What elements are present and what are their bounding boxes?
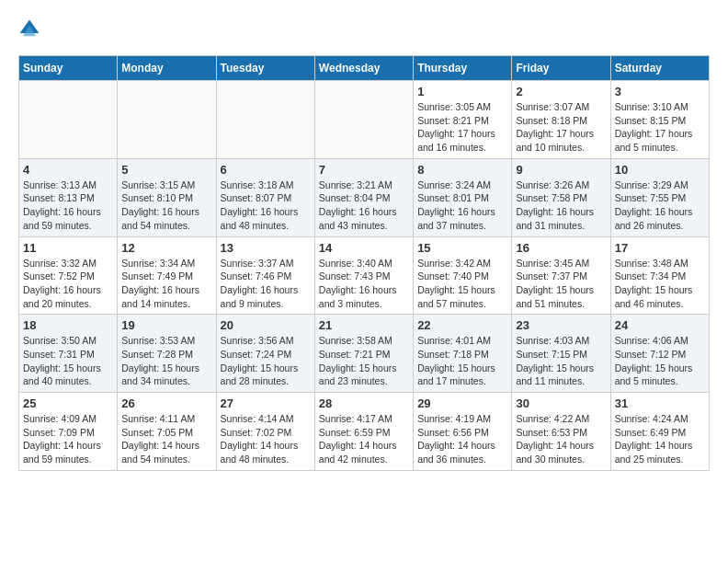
calendar-cell: 29Sunrise: 4:19 AMSunset: 6:56 PMDayligh… — [414, 393, 512, 471]
calendar-cell: 21Sunrise: 3:58 AMSunset: 7:21 PMDayligh… — [314, 315, 413, 393]
calendar-cell: 16Sunrise: 3:45 AMSunset: 7:37 PMDayligh… — [512, 236, 610, 315]
day-number: 7 — [319, 163, 409, 177]
weekday-header-monday: Monday — [118, 56, 216, 81]
calendar-cell: 18Sunrise: 3:50 AMSunset: 7:31 PMDayligh… — [19, 315, 118, 393]
day-number: 12 — [121, 241, 211, 255]
calendar-cell: 31Sunrise: 4:24 AMSunset: 6:49 PMDayligh… — [610, 393, 709, 471]
day-info: Sunrise: 3:32 AMSunset: 7:52 PMDaylight:… — [23, 257, 113, 311]
calendar-week-row: 25Sunrise: 4:09 AMSunset: 7:09 PMDayligh… — [19, 393, 710, 471]
calendar-cell: 10Sunrise: 3:29 AMSunset: 7:55 PMDayligh… — [610, 158, 709, 236]
day-info: Sunrise: 3:45 AMSunset: 7:37 PMDaylight:… — [516, 257, 606, 311]
calendar-cell: 4Sunrise: 3:13 AMSunset: 8:13 PMDaylight… — [19, 158, 118, 236]
day-info: Sunrise: 3:07 AMSunset: 8:18 PMDaylight:… — [516, 100, 606, 155]
logo — [18, 18, 42, 40]
weekday-header-thursday: Thursday — [414, 56, 512, 81]
day-info: Sunrise: 3:48 AMSunset: 7:34 PMDaylight:… — [615, 257, 705, 311]
calendar-cell: 3Sunrise: 3:10 AMSunset: 8:15 PMDaylight… — [610, 81, 709, 159]
calendar-week-row: 4Sunrise: 3:13 AMSunset: 8:13 PMDaylight… — [19, 158, 710, 236]
day-info: Sunrise: 4:01 AMSunset: 7:18 PMDaylight:… — [417, 334, 507, 388]
day-number: 5 — [121, 163, 211, 177]
calendar-cell: 22Sunrise: 4:01 AMSunset: 7:18 PMDayligh… — [414, 315, 512, 393]
day-number: 6 — [221, 163, 311, 177]
day-info: Sunrise: 3:37 AMSunset: 7:46 PMDaylight:… — [221, 257, 311, 311]
calendar-week-row: 1Sunrise: 3:05 AMSunset: 8:21 PMDaylight… — [19, 81, 710, 159]
calendar-cell: 6Sunrise: 3:18 AMSunset: 8:07 PMDaylight… — [216, 158, 314, 236]
weekday-header-sunday: Sunday — [19, 56, 118, 81]
weekday-header-wednesday: Wednesday — [314, 56, 413, 81]
day-info: Sunrise: 3:13 AMSunset: 8:13 PMDaylight:… — [23, 178, 113, 233]
day-info: Sunrise: 4:19 AMSunset: 6:56 PMDaylight:… — [417, 412, 507, 466]
day-info: Sunrise: 3:34 AMSunset: 7:49 PMDaylight:… — [121, 257, 211, 311]
day-number: 3 — [615, 85, 705, 98]
day-info: Sunrise: 3:29 AMSunset: 7:55 PMDaylight:… — [615, 178, 705, 233]
day-number: 1 — [417, 85, 507, 98]
calendar-cell: 15Sunrise: 3:42 AMSunset: 7:40 PMDayligh… — [414, 236, 512, 315]
calendar-cell — [19, 81, 118, 159]
day-info: Sunrise: 3:05 AMSunset: 8:21 PMDaylight:… — [417, 100, 507, 155]
day-number: 23 — [516, 318, 606, 332]
page-header — [18, 18, 710, 40]
day-info: Sunrise: 4:17 AMSunset: 6:59 PMDaylight:… — [319, 412, 409, 466]
day-info: Sunrise: 3:53 AMSunset: 7:28 PMDaylight:… — [121, 334, 211, 388]
day-info: Sunrise: 3:50 AMSunset: 7:31 PMDaylight:… — [23, 334, 113, 388]
day-number: 16 — [516, 241, 606, 255]
day-number: 22 — [417, 318, 507, 332]
calendar-cell: 28Sunrise: 4:17 AMSunset: 6:59 PMDayligh… — [314, 393, 413, 471]
calendar-cell: 2Sunrise: 3:07 AMSunset: 8:18 PMDaylight… — [512, 81, 610, 159]
calendar-cell: 5Sunrise: 3:15 AMSunset: 8:10 PMDaylight… — [118, 158, 216, 236]
day-number: 31 — [615, 396, 705, 410]
calendar-cell: 14Sunrise: 3:40 AMSunset: 7:43 PMDayligh… — [314, 236, 413, 315]
day-info: Sunrise: 4:09 AMSunset: 7:09 PMDaylight:… — [23, 412, 113, 466]
day-number: 19 — [121, 318, 211, 332]
calendar-cell — [314, 81, 413, 159]
weekday-header-tuesday: Tuesday — [216, 56, 314, 81]
day-info: Sunrise: 3:26 AMSunset: 7:58 PMDaylight:… — [516, 178, 606, 233]
day-number: 17 — [615, 241, 705, 255]
day-number: 29 — [417, 396, 507, 410]
calendar-table: SundayMondayTuesdayWednesdayThursdayFrid… — [18, 55, 710, 471]
day-number: 8 — [417, 163, 507, 177]
day-info: Sunrise: 4:06 AMSunset: 7:12 PMDaylight:… — [615, 334, 705, 388]
calendar-cell: 7Sunrise: 3:21 AMSunset: 8:04 PMDaylight… — [314, 158, 413, 236]
calendar-cell: 11Sunrise: 3:32 AMSunset: 7:52 PMDayligh… — [19, 236, 118, 315]
day-number: 20 — [221, 318, 311, 332]
calendar-cell: 1Sunrise: 3:05 AMSunset: 8:21 PMDaylight… — [414, 81, 512, 159]
day-number: 26 — [121, 396, 211, 410]
calendar-cell — [216, 81, 314, 159]
day-info: Sunrise: 3:18 AMSunset: 8:07 PMDaylight:… — [221, 178, 311, 233]
logo-icon — [18, 18, 40, 40]
day-number: 9 — [516, 163, 606, 177]
calendar-cell — [118, 81, 216, 159]
calendar-cell: 17Sunrise: 3:48 AMSunset: 7:34 PMDayligh… — [610, 236, 709, 315]
day-info: Sunrise: 4:24 AMSunset: 6:49 PMDaylight:… — [615, 412, 705, 466]
calendar-cell: 24Sunrise: 4:06 AMSunset: 7:12 PMDayligh… — [610, 315, 709, 393]
day-number: 10 — [615, 163, 705, 177]
day-number: 13 — [221, 241, 311, 255]
day-info: Sunrise: 4:14 AMSunset: 7:02 PMDaylight:… — [221, 412, 311, 466]
day-number: 28 — [319, 396, 409, 410]
day-info: Sunrise: 3:56 AMSunset: 7:24 PMDaylight:… — [221, 334, 311, 388]
day-info: Sunrise: 4:03 AMSunset: 7:15 PMDaylight:… — [516, 334, 606, 388]
calendar-cell: 8Sunrise: 3:24 AMSunset: 8:01 PMDaylight… — [414, 158, 512, 236]
calendar-cell: 13Sunrise: 3:37 AMSunset: 7:46 PMDayligh… — [216, 236, 314, 315]
calendar-cell: 12Sunrise: 3:34 AMSunset: 7:49 PMDayligh… — [118, 236, 216, 315]
day-info: Sunrise: 3:24 AMSunset: 8:01 PMDaylight:… — [417, 178, 507, 233]
day-info: Sunrise: 4:22 AMSunset: 6:53 PMDaylight:… — [516, 412, 606, 466]
calendar-cell: 25Sunrise: 4:09 AMSunset: 7:09 PMDayligh… — [19, 393, 118, 471]
day-number: 21 — [319, 318, 409, 332]
day-number: 11 — [23, 241, 113, 255]
day-info: Sunrise: 4:11 AMSunset: 7:05 PMDaylight:… — [121, 412, 211, 466]
calendar-cell: 26Sunrise: 4:11 AMSunset: 7:05 PMDayligh… — [118, 393, 216, 471]
day-info: Sunrise: 3:10 AMSunset: 8:15 PMDaylight:… — [615, 100, 705, 155]
calendar-cell: 9Sunrise: 3:26 AMSunset: 7:58 PMDaylight… — [512, 158, 610, 236]
day-number: 15 — [417, 241, 507, 255]
day-info: Sunrise: 3:58 AMSunset: 7:21 PMDaylight:… — [319, 334, 409, 388]
day-number: 4 — [23, 163, 113, 177]
calendar-cell: 27Sunrise: 4:14 AMSunset: 7:02 PMDayligh… — [216, 393, 314, 471]
day-number: 27 — [221, 396, 311, 410]
calendar-cell: 20Sunrise: 3:56 AMSunset: 7:24 PMDayligh… — [216, 315, 314, 393]
weekday-header-row: SundayMondayTuesdayWednesdayThursdayFrid… — [19, 56, 710, 81]
day-number: 18 — [23, 318, 113, 332]
day-info: Sunrise: 3:40 AMSunset: 7:43 PMDaylight:… — [319, 257, 409, 311]
day-info: Sunrise: 3:42 AMSunset: 7:40 PMDaylight:… — [417, 257, 507, 311]
